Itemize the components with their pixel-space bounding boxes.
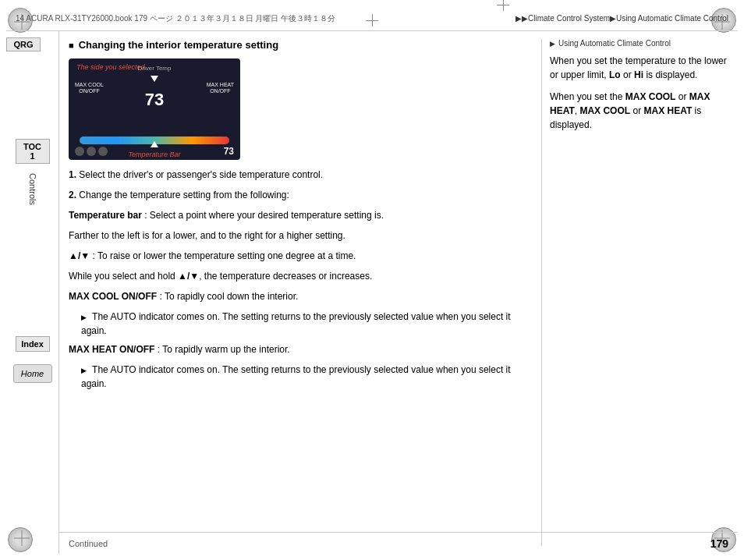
max-cool-bold: MAX COOL ON/OFF [69, 291, 157, 302]
step-2-text: Change the temperature setting from the … [79, 190, 289, 200]
max-heat-bold: MAX HEAT ON/OFF [69, 344, 154, 355]
breadcrumb: ▶▶Climate Control System▶Using Automatic… [515, 14, 728, 23]
page-header: 14 ACURA RLX-31TY26000.book 179 ページ ２０１３… [6, 6, 738, 31]
section-heading: Changing the interior temperature settin… [69, 39, 526, 51]
temp-bar-para: Temperature bar : Select a point where y… [69, 208, 526, 222]
temp-bar-text: : Select a point where your desired temp… [144, 210, 384, 221]
lo-bold: Lo [609, 69, 621, 80]
arrow-keys-bold: ▲/▼ [69, 250, 90, 261]
right-para-1: When you set the temperature to the lowe… [550, 54, 728, 82]
max-cool-para: MAX COOL ON/OFF : To rapidly cool down t… [69, 289, 526, 303]
step-2-number: 2. [69, 190, 79, 200]
max-cool-bold-r2: MAX COOL [579, 105, 630, 116]
heat-auto-bullet: The AUTO indicator comes on. The setting… [81, 363, 526, 391]
continued-text: Continued [69, 539, 108, 548]
arrow-keys-para: ▲/▼ : To raise or lower the temperature … [69, 249, 526, 263]
red-label-top: The side you selected. [76, 63, 147, 71]
max-cool-text: : To rapidly cool down the interior. [159, 291, 298, 302]
index-button[interactable]: Index [16, 336, 50, 352]
max-heat-para: MAX HEAT ON/OFF : To rapidly warm up the… [69, 342, 526, 356]
home-button[interactable]: Home [13, 364, 52, 383]
control-dot-2 [87, 147, 96, 156]
temperature-bar-label: Temperature Bar [128, 151, 180, 158]
max-cool-label: MAX COOLON/OFF [75, 82, 104, 95]
driver-temp-label: Driver Temp [138, 65, 172, 72]
controls-label: Controls [28, 173, 37, 205]
page-footer: Continued 179 [59, 532, 738, 554]
arrow-keys-text: : To raise or lower the temperature sett… [92, 250, 356, 261]
cool-auto-bullet: The AUTO indicator comes on. The setting… [81, 310, 526, 338]
max-cool-bold-r: MAX COOL [625, 91, 676, 102]
toc-button[interactable]: TOC 1 [16, 139, 50, 164]
bottom-controls [75, 147, 108, 156]
bottom-temp-value: 73 [224, 146, 234, 157]
arrow-indicator [151, 76, 158, 82]
page-number: 179 [710, 537, 728, 550]
temp-bar-bold: Temperature bar [69, 210, 142, 221]
content-columns: Changing the interior temperature settin… [69, 39, 728, 546]
control-dot-1 [75, 147, 84, 156]
control-dot-3 [98, 147, 108, 156]
sidebar: TOC 1 Controls Index Home [6, 31, 59, 554]
right-column: Using Automatic Climate Control When you… [541, 39, 728, 546]
hi-bold: Hi [634, 69, 643, 80]
main-content: Changing the interior temperature settin… [59, 31, 738, 554]
step-1-text: Select the driver's or passenger's side … [79, 169, 323, 180]
file-info: 14 ACURA RLX-31TY26000.book 179 ページ ２０１３… [16, 13, 335, 24]
left-column: Changing the interior temperature settin… [69, 39, 526, 546]
right-para-2: When you set the MAX COOL or MAX HEAT, M… [550, 90, 728, 132]
hold-arrows-bold: ▲/▼ [178, 271, 199, 282]
qrg-button[interactable]: QRG [6, 37, 41, 51]
climate-control-image: The side you selected. Driver Temp MAX C… [69, 58, 240, 160]
right-section-title: Using Automatic Climate Control [550, 39, 728, 48]
crosshair-bottom-right [497, 0, 509, 11]
hold-para: While you select and hold ▲/▼, the tempe… [69, 269, 526, 283]
max-heat-text: : To rapidly warm up the interior. [158, 344, 290, 355]
max-heat-bold-r2: MAX HEAT [643, 105, 692, 116]
max-heat-label: MAX HEATON/OFF [207, 82, 234, 95]
temp-display: 73 [145, 90, 164, 110]
step-1: 1. Select the driver's or passenger's si… [69, 168, 526, 182]
step-2: 2. Change the temperature setting from t… [69, 188, 526, 202]
step-1-number: 1. [69, 169, 79, 180]
farther-left-para: Farther to the left is for a lower, and … [69, 229, 526, 243]
